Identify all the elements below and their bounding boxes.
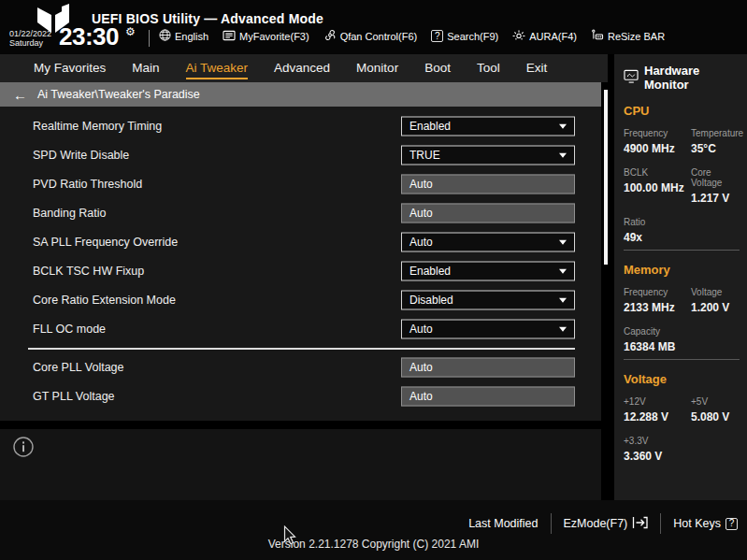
- input-pvd-ratio-threshold[interactable]: Auto: [401, 174, 575, 194]
- toolbar-item-qfan-control-f6[interactable]: Qfan Control(F6): [323, 29, 418, 43]
- chevron-down-icon: [559, 240, 567, 245]
- toolbar-item-label: Qfan Control(F6): [340, 31, 418, 42]
- hm-section-cpu: CPUFrequency4900 MHzTemperature35°CBCLK1…: [624, 92, 740, 250]
- setting-value: Auto: [409, 361, 433, 374]
- setting-label: SPD Write Disable: [33, 149, 129, 162]
- hm-stat-5v: +5V5.080 V: [691, 396, 740, 424]
- hm-stat-label: Frequency: [624, 128, 685, 138]
- hm-stat-value: 2133 MHz: [624, 301, 685, 314]
- setting-value: Auto: [409, 236, 433, 249]
- last-modified-button[interactable]: Last Modified: [468, 517, 538, 530]
- setting-label: FLL OC mode: [33, 323, 106, 336]
- qfan-icon: [323, 29, 337, 43]
- chevron-down-icon: [559, 298, 567, 303]
- toolbar-item-label: MyFavorite(F3): [239, 31, 309, 42]
- question-box-icon: ?: [431, 30, 443, 43]
- toolbar-item-resize-bar[interactable]: ReSize BAR: [591, 29, 665, 43]
- hm-stat-voltage: Voltage1.200 V: [691, 287, 740, 314]
- back-arrow-icon[interactable]: ←: [13, 88, 27, 102]
- toolbar-item-myfavorite-f3[interactable]: MyFavorite(F3): [223, 30, 309, 43]
- resize-bar-icon: [591, 29, 604, 43]
- top-header: UEFI BIOS Utility — Advanced Mode 01/22/…: [0, 0, 747, 54]
- input-core-pll-voltage[interactable]: Auto: [401, 357, 575, 377]
- app-title: UEFI BIOS Utility — Advanced Mode: [92, 11, 323, 26]
- dropdown-spd-write-disable[interactable]: TRUE: [401, 145, 575, 165]
- setting-value: Enabled: [409, 265, 451, 278]
- hardware-monitor-header: Hardware Monitor: [624, 64, 740, 92]
- setting-label: Banding Ratio: [33, 207, 107, 220]
- aura-icon: [512, 29, 525, 43]
- dropdown-realtime-memory-timing[interactable]: Enabled: [401, 116, 575, 136]
- gear-icon[interactable]: ⚙: [125, 25, 136, 38]
- setting-value: Auto: [409, 178, 433, 191]
- setting-label: Core PLL Voltage: [33, 361, 124, 374]
- setting-row-bclk-tsc-hw-fixup: BCLK TSC HW FixupEnabled: [0, 256, 601, 285]
- settings-list: Realtime Memory TimingEnabledSPD Write D…: [0, 107, 601, 410]
- hm-stat-core-voltage: Core Voltage1.217 V: [691, 167, 743, 205]
- chevron-down-icon: [559, 269, 567, 274]
- date-display: 01/22/2022 Saturday: [9, 29, 51, 48]
- hm-section-title: Memory: [624, 263, 740, 277]
- tab-my-favorites[interactable]: My Favorites: [34, 57, 106, 79]
- date-value: 01/22/2022: [9, 29, 51, 38]
- hm-stat-value: 49x: [624, 231, 685, 244]
- input-banding-ratio[interactable]: Auto: [401, 203, 575, 223]
- setting-row-realtime-memory-timing: Realtime Memory TimingEnabled: [0, 111, 601, 140]
- hm-stat-value: 100.00 MHz: [624, 181, 685, 194]
- tab-ai-tweaker[interactable]: Ai Tweaker: [186, 57, 249, 79]
- hot-keys-button[interactable]: Hot Keys ?: [673, 517, 738, 530]
- hm-stat-label: +3.3V: [624, 436, 685, 446]
- footer-actions: Last Modified EzMode(F7) Hot Keys ?: [468, 513, 738, 534]
- hot-keys-label: Hot Keys: [673, 517, 721, 530]
- hm-stat-value: 1.200 V: [691, 301, 740, 314]
- setting-value: Auto: [409, 323, 433, 336]
- toolbar-item-label: AURA(F4): [529, 31, 577, 42]
- scrollbar-thumb[interactable]: [604, 90, 608, 265]
- tab-main[interactable]: Main: [132, 57, 159, 79]
- hm-stat-label: Core Voltage: [691, 167, 743, 188]
- toolbar-item-search-f9[interactable]: ?Search(F9): [431, 30, 498, 43]
- footer-divider: [660, 513, 661, 534]
- ezmode-button[interactable]: EzMode(F7): [564, 516, 649, 532]
- dropdown-bclk-tsc-hw-fixup[interactable]: Enabled: [401, 261, 575, 280]
- hm-stat-label: +12V: [624, 396, 685, 407]
- tab-tool[interactable]: Tool: [477, 57, 500, 79]
- setting-row-gt-pll-voltage: GT PLL VoltageAuto: [0, 381, 601, 410]
- hm-stat-value: 4900 MHz: [624, 142, 685, 155]
- tab-exit[interactable]: Exit: [526, 57, 548, 79]
- info-icon: [12, 436, 35, 462]
- setting-label: GT PLL Voltage: [33, 390, 115, 403]
- chevron-down-icon: [559, 124, 567, 129]
- hm-section-voltage: Voltage+12V12.288 V+5V5.080 V+3.3V3.360 …: [624, 359, 740, 468]
- globe-icon: [159, 29, 171, 43]
- tab-advanced[interactable]: Advanced: [274, 57, 330, 79]
- setting-label: PVD Ratio Threshold: [33, 178, 142, 191]
- hm-stat-value: 12.288 V: [624, 410, 685, 424]
- hm-stat-bclk: BCLK100.00 MHz: [624, 167, 685, 205]
- dropdown-core-ratio-extension-mode[interactable]: Disabled: [401, 290, 575, 309]
- toolbar-item-aura-f4[interactable]: AURA(F4): [512, 29, 577, 43]
- hardware-monitor-panel: Hardware Monitor CPUFrequency4900 MHzTem…: [614, 54, 747, 500]
- toolbar-item-label: ReSize BAR: [608, 31, 665, 42]
- dropdown-sa-pll-frequency-override[interactable]: Auto: [401, 232, 575, 251]
- tab-monitor[interactable]: Monitor: [356, 57, 398, 79]
- setting-value: Enabled: [409, 120, 451, 133]
- setting-row-spd-write-disable: SPD Write DisableTRUE: [0, 140, 601, 169]
- setting-row-pvd-ratio-threshold: PVD Ratio ThresholdAuto: [0, 169, 601, 198]
- day-value: Saturday: [9, 38, 51, 48]
- time-display: 23:30: [59, 22, 119, 51]
- section-divider-strip: [0, 421, 601, 429]
- footer-bar: Last Modified EzMode(F7) Hot Keys ? Vers…: [0, 500, 747, 560]
- toolbar-item-label: Search(F9): [447, 31, 498, 42]
- monitor-icon: [624, 69, 639, 86]
- hm-stat-frequency: Frequency4900 MHz: [624, 128, 685, 155]
- toolbar-item-english[interactable]: English: [159, 29, 208, 43]
- hm-section-title: Voltage: [624, 372, 740, 386]
- input-gt-pll-voltage[interactable]: Auto: [401, 386, 575, 406]
- hm-stat-3-3v: +3.3V3.360 V: [624, 436, 685, 463]
- hm-stat-label: BCLK: [624, 167, 685, 178]
- hm-stat-12v: +12V12.288 V: [624, 396, 685, 424]
- setting-label: BCLK TSC HW Fixup: [33, 265, 144, 278]
- tab-boot[interactable]: Boot: [424, 57, 451, 79]
- dropdown-fll-oc-mode[interactable]: Auto: [401, 319, 575, 338]
